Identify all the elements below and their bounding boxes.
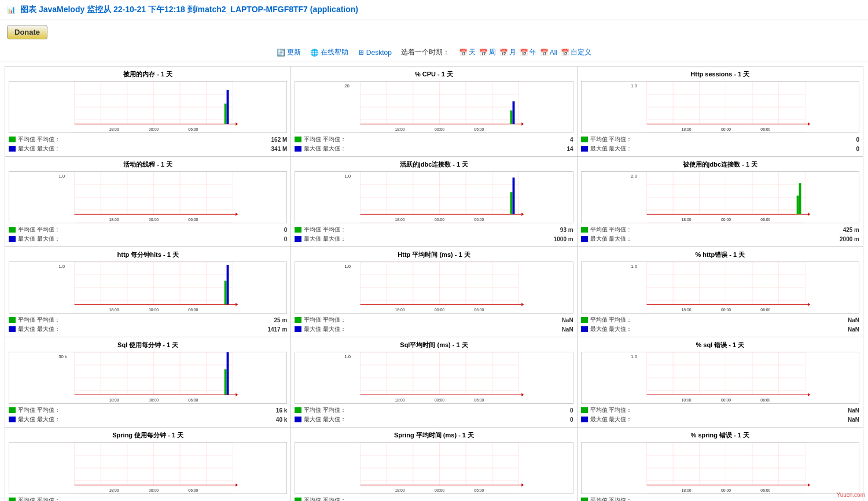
legend-value: 40 k xyxy=(264,417,287,423)
legend-row: 最大值 最大值：2000 m xyxy=(581,235,859,243)
chart-icon: 📊 xyxy=(7,6,16,14)
chart-cell: % spring 错误 - 1 天18:0000:0006:00平均值 平均值：… xyxy=(578,428,863,501)
period-label: 选着一个时期： xyxy=(401,47,450,57)
svg-rect-141 xyxy=(227,265,229,304)
svg-rect-119 xyxy=(796,196,799,214)
legend-row: 平均值 平均值：16 k xyxy=(9,406,287,414)
period-week[interactable]: 📅 周 xyxy=(479,47,496,57)
chart-title: Sql 使用每分钟 - 1 天 xyxy=(9,341,287,349)
legend-color-box xyxy=(295,236,301,242)
legend-value: 4 xyxy=(550,137,573,143)
svg-text:00:00: 00:00 xyxy=(435,398,444,402)
page-header: 📊 图表 JavaMelody 监控从 22-10-21 下午12:18 到/m… xyxy=(0,0,868,20)
legend-row: 最大值 最大值：NaN xyxy=(581,415,859,423)
watermark: Yuucn.com xyxy=(837,492,865,498)
svg-text:06:00: 06:00 xyxy=(475,218,484,222)
charts-row: Spring 使用每分钟 - 1 天18:0000:0006:00平均值 平均值… xyxy=(5,427,863,501)
svg-text:18:00: 18:00 xyxy=(109,398,119,402)
legend-color-box xyxy=(9,417,16,422)
chart-title: Spring 平均时间 (ms) - 1 天 xyxy=(295,431,573,440)
legend-color-box xyxy=(9,317,16,323)
svg-text:00:00: 00:00 xyxy=(149,398,159,402)
legend-label: 最大值 最大值： xyxy=(304,415,547,423)
legend-row: 平均值 平均值：0 xyxy=(295,406,573,414)
chart-legend: 平均值 平均值：最大值 最大值： xyxy=(295,496,573,501)
svg-text:18:00: 18:00 xyxy=(109,308,119,312)
refresh-icon: 🔄 xyxy=(277,49,285,57)
svg-rect-19 xyxy=(227,90,229,124)
calendar-icon: 📅 xyxy=(520,49,528,57)
help-link[interactable]: 🌐 在线帮助 xyxy=(310,47,348,57)
svg-text:18:00: 18:00 xyxy=(395,488,405,492)
svg-text:18:00: 18:00 xyxy=(109,488,119,492)
legend-value: 162 M xyxy=(264,137,287,143)
chart-legend: 平均值 平均值：4最大值 最大值：14 xyxy=(295,135,573,153)
period-month[interactable]: 📅 月 xyxy=(499,47,516,57)
svg-text:18:00: 18:00 xyxy=(109,218,119,222)
chart-legend: 平均值 平均值：NaN最大值 最大值：NaN xyxy=(581,406,859,423)
svg-text:00:00: 00:00 xyxy=(149,127,159,131)
period-custom[interactable]: 📅 自定义 xyxy=(561,47,591,57)
brand-name: JavaMelody xyxy=(39,5,84,14)
legend-label: 最大值 最大值： xyxy=(18,145,262,153)
legend-value: 14 xyxy=(550,146,573,152)
chart-title: Sql平均时间 (ms) - 1 天 xyxy=(295,341,573,349)
refresh-link[interactable]: 🔄 更新 xyxy=(277,47,301,57)
chart-cell: Spring 平均时间 (ms) - 1 天18:0000:0006:00平均值… xyxy=(291,428,577,501)
svg-text:00:00: 00:00 xyxy=(721,127,731,131)
chart-title: 活动的线程 - 1 天 xyxy=(9,160,287,169)
legend-label: 平均值 平均值： xyxy=(18,226,262,234)
chart-cell: Sql平均时间 (ms) - 1 天1.018:0000:0006:00平均值 … xyxy=(291,337,577,427)
legend-value: NaN xyxy=(836,326,859,333)
donate-section: Donate xyxy=(0,20,868,44)
legend-row: 平均值 平均值：93 m xyxy=(295,226,573,234)
legend-label: 最大值 最大值： xyxy=(18,235,262,243)
chart-legend: 平均值 平均值：425 m最大值 最大值：2000 m xyxy=(581,226,859,243)
svg-text:06:00: 06:00 xyxy=(475,398,484,402)
chart-graph: 1.018:0000:0006:00 xyxy=(295,261,573,314)
legend-row: 平均值 平均值：425 m xyxy=(581,226,859,234)
svg-text:1.0: 1.0 xyxy=(631,264,638,269)
chart-title: Spring 使用每分钟 - 1 天 xyxy=(9,431,287,440)
legend-value: NaN xyxy=(836,417,859,423)
period-all[interactable]: 📅 All xyxy=(540,47,557,57)
chart-legend: 平均值 平均值：最大值 最大值： xyxy=(581,496,859,501)
legend-label: 平均值 平均值： xyxy=(590,316,834,324)
legend-color-box xyxy=(295,417,301,422)
svg-text:18:00: 18:00 xyxy=(681,127,691,131)
legend-label: 平均值 平均值： xyxy=(18,316,262,324)
svg-text:06:00: 06:00 xyxy=(188,127,198,131)
legend-label: 平均值 平均值： xyxy=(304,226,547,234)
svg-text:50 k: 50 k xyxy=(58,354,67,359)
chart-graph: 1.018:0000:0006:00 xyxy=(581,352,859,404)
legend-color-box xyxy=(9,498,16,501)
svg-text:06:00: 06:00 xyxy=(760,218,770,222)
legend-label: 最大值 最大值： xyxy=(304,235,547,243)
legend-color-box xyxy=(581,236,588,242)
legend-color-box xyxy=(581,146,588,152)
chart-legend: 平均值 平均值：16 k最大值 最大值：40 k xyxy=(9,406,287,423)
legend-row: 最大值 最大值：1417 m xyxy=(9,325,287,333)
legend-value: NaN xyxy=(550,317,573,323)
period-day[interactable]: 📅 天 xyxy=(459,47,476,57)
chart-graph: 1.018:0000:0006:00 xyxy=(581,81,859,133)
svg-text:18:00: 18:00 xyxy=(681,308,691,312)
chart-title: Http 平均时间 (ms) - 1 天 xyxy=(295,250,573,259)
chart-graph: 18:0000:0006:00 xyxy=(9,81,287,133)
chart-graph: 2018:0000:0006:00 xyxy=(295,81,573,133)
desktop-link[interactable]: 🖥 Desktop xyxy=(358,49,392,57)
legend-row: 平均值 平均值： xyxy=(9,496,287,501)
charts-row: 被用的内存 - 1 天18:0000:0006:00平均值 平均值：162 M最… xyxy=(5,66,863,157)
donate-button[interactable]: Donate xyxy=(7,25,47,39)
legend-value: 2000 m xyxy=(836,236,859,242)
period-year[interactable]: 📅 年 xyxy=(520,47,536,57)
svg-text:18:00: 18:00 xyxy=(395,127,405,131)
chart-graph: 1.018:0000:0006:00 xyxy=(9,261,287,314)
chart-title: % CPU - 1 天 xyxy=(295,70,573,79)
legend-value: 16 k xyxy=(264,407,287,414)
legend-row: 最大值 最大值：NaN xyxy=(295,325,573,333)
chart-graph: 2.018:0000:0006:00 xyxy=(581,171,859,223)
legend-color-box xyxy=(9,146,16,152)
chart-legend: 平均值 平均值：0最大值 最大值：0 xyxy=(581,135,859,153)
legend-label: 平均值 平均值： xyxy=(590,226,834,234)
